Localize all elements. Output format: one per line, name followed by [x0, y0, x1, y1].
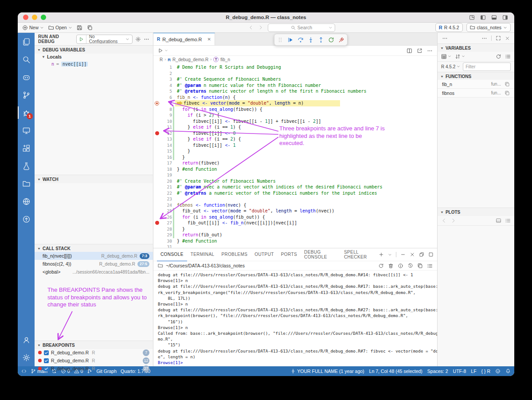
breakpoint-gutter[interactable]: [153, 172, 160, 178]
functions-section-header[interactable]: ▼FUNCTIONS: [438, 72, 514, 80]
breakpoint-row[interactable]: R_debug_demo.RR27: [35, 365, 153, 373]
breakpoint-gutter[interactable]: [153, 238, 160, 244]
code-text[interactable]: # Demo File for R Scripts and Debugging: [175, 64, 437, 71]
breakpoint-gutter[interactable]: [153, 106, 160, 113]
nav-back-icon[interactable]: [248, 25, 254, 30]
sidebar-item-source-control[interactable]: [18, 86, 35, 104]
breakpoint-gutter[interactable]: [153, 196, 160, 202]
function-row[interactable]: fibnosfun...: [438, 89, 514, 98]
breakpoint-gutter[interactable]: [153, 94, 160, 101]
view-function-icon[interactable]: [505, 82, 510, 87]
sidebar-item-settings[interactable]: [18, 349, 35, 366]
sidebar-item-debug[interactable]: 1: [18, 104, 35, 122]
search-input[interactable]: Search: [268, 24, 335, 32]
view-function-icon[interactable]: [505, 90, 510, 96]
breakpoint-gutter[interactable]: [153, 100, 160, 106]
save-button[interactable]: [77, 25, 82, 31]
code-text[interactable]: for (i in seq_along(fib_out)) {: [175, 214, 437, 220]
watch-header[interactable]: ▼WATCH: [35, 175, 153, 183]
r-interpreter-button[interactable]: RR 4.5.2: [435, 23, 463, 32]
gear-icon[interactable]: [135, 36, 141, 42]
breakpoint-gutter[interactable]: [153, 178, 160, 184]
next-plot-icon[interactable]: [450, 218, 456, 224]
continue-button[interactable]: [287, 37, 293, 43]
panel-tab-spell-checker[interactable]: SPELL CHECKER: [340, 248, 379, 261]
panel-tab-problems[interactable]: PROBLEMS: [218, 248, 251, 261]
code-text[interactable]: return(fib_out): [175, 232, 437, 238]
project-button[interactable]: class_notes: [466, 23, 511, 32]
refresh-variables-icon[interactable]: [496, 54, 501, 59]
call-stack-header[interactable]: ▼CALL STACK: [35, 244, 153, 252]
code-text[interactable]: fibvec[[i]] <- 1: [175, 142, 437, 149]
sidebar-item-search[interactable]: [18, 51, 35, 68]
status-eol[interactable]: LF: [471, 369, 476, 374]
code-text[interactable]: }: [175, 148, 437, 154]
step-into-button[interactable]: [308, 37, 314, 43]
code-text[interactable]: [175, 71, 437, 77]
breakpoint-checkbox[interactable]: [44, 366, 49, 371]
breakpoint-gutter[interactable]: [153, 214, 160, 220]
config-dropdown[interactable]: No Configurations: [86, 35, 132, 44]
previous-plot-icon[interactable]: [441, 218, 447, 224]
code-text[interactable]: }: [175, 154, 437, 161]
info-icon[interactable]: [398, 263, 403, 269]
breakpoint-gutter[interactable]: [153, 202, 160, 208]
panel-bottom-icon[interactable]: [491, 15, 497, 20]
breadcrumb-item[interactable]: R: [160, 57, 163, 62]
sidebar-item-remote[interactable]: [18, 122, 35, 139]
restore-panel-icon[interactable]: [419, 252, 424, 257]
panel-tab-output[interactable]: OUTPUT: [251, 248, 278, 261]
step-out-button[interactable]: [318, 37, 324, 43]
code-text[interactable]: fibvec <- vector(mode = "double", length…: [175, 100, 437, 106]
breakpoint-gutter[interactable]: [153, 226, 160, 232]
breakpoint-checkbox[interactable]: [44, 358, 49, 363]
breakpoint-row[interactable]: R_debug_demo.RR7: [35, 349, 153, 357]
restart-console-icon[interactable]: [378, 263, 384, 269]
breakpoint-gutter[interactable]: [153, 118, 160, 125]
sidebar-item-testing[interactable]: [18, 157, 35, 175]
code-text[interactable]: }: [175, 226, 437, 232]
start-debug-button[interactable]: [77, 35, 86, 43]
panel-tab-console[interactable]: CONSOLE: [157, 248, 187, 261]
new-console-icon[interactable]: [379, 252, 384, 257]
debug-variables-header[interactable]: ▼DEBUG VARIABLES: [35, 45, 153, 54]
breakpoint-gutter[interactable]: [153, 142, 160, 149]
minimize-panel-icon[interactable]: [400, 252, 406, 257]
code-text[interactable]: } else if (i == 2) {: [175, 136, 437, 142]
local-variable-row[interactable]: n = nvec[[i]]: [35, 60, 153, 67]
variables-list-icon[interactable]: [505, 54, 511, 59]
panel-left-icon[interactable]: [480, 15, 486, 20]
breakpoint-gutter[interactable]: [153, 64, 160, 71]
code-text[interactable]: [175, 172, 437, 178]
breakpoint-gutter[interactable]: [153, 76, 160, 82]
filter-input[interactable]: Filter: [463, 63, 511, 71]
panel-tab-terminal[interactable]: TERMINAL: [187, 248, 218, 261]
breakpoint-checkbox[interactable]: [44, 350, 49, 355]
clear-console-icon[interactable]: [388, 263, 394, 269]
call-stack-frame[interactable]: <global>.../session66/eccaca1aa4891ada/f…: [35, 268, 153, 276]
code-text[interactable]: if (i > 2) {: [175, 112, 437, 118]
code-text[interactable]: #' @returns numeric vector of length n o…: [175, 88, 437, 94]
breakpoint-gutter[interactable]: [153, 154, 160, 161]
status-encoding[interactable]: UTF-8: [453, 369, 466, 374]
status-git-blame[interactable]: YOUR FULL NAME (1 year ago): [290, 369, 364, 374]
call-stack-frame[interactable]: fib_n(nvec[[i]])R_debug_demo.R7:3: [35, 252, 153, 260]
more-actions-icon[interactable]: [481, 35, 487, 41]
breakpoint-gutter[interactable]: [153, 130, 160, 137]
sidebar-item-assistant[interactable]: [18, 68, 35, 86]
code-text[interactable]: fibvec[[i]] <- 0: [175, 130, 437, 137]
breakpoint-gutter[interactable]: [153, 82, 160, 89]
breakpoint-gutter[interactable]: [153, 184, 160, 190]
group-by-button[interactable]: [441, 54, 451, 59]
duplicate-console-icon[interactable]: [417, 263, 423, 269]
code-text[interactable]: } #end Function: [175, 166, 437, 173]
breakpoint-gutter[interactable]: [153, 166, 160, 173]
breakpoints-header[interactable]: ▼BREAKPOINTS: [35, 341, 153, 349]
breakpoint-gutter[interactable]: [153, 148, 160, 154]
chevron-down-icon[interactable]: [164, 49, 168, 52]
code-text[interactable]: fib_out <- vector(mode = "double", lengt…: [175, 208, 437, 214]
close-panel-icon[interactable]: [505, 36, 510, 41]
chevron-down-icon[interactable]: [388, 253, 392, 257]
code-text[interactable]: } #end Function: [175, 238, 437, 244]
code-text[interactable]: #' Create Vector of Fibonacci Numbers: [175, 178, 437, 184]
